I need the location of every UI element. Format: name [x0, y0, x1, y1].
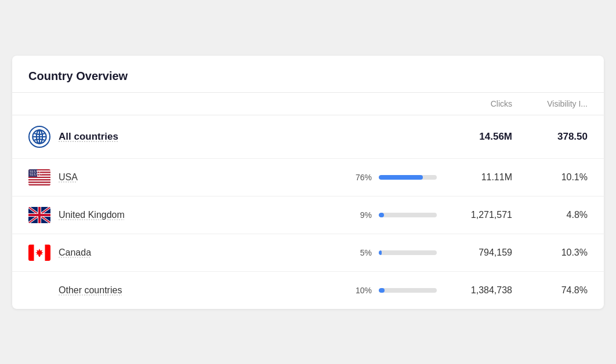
svg-rect-34	[39, 255, 40, 257]
card-header: Country Overview	[12, 56, 604, 93]
svg-rect-12	[28, 179, 50, 180]
bar-cell-uk: 9%	[332, 210, 437, 220]
visibility-value-uk: 4.8%	[512, 210, 588, 220]
table-row[interactable]: United Kingdom 9% 1,271,571 4.8%	[12, 196, 604, 234]
flag-canada-icon	[28, 245, 50, 261]
other-pct: 10%	[351, 286, 372, 295]
uk-pct: 9%	[351, 210, 372, 220]
visibility-value-other: 74.8%	[512, 285, 588, 296]
globe-icon	[28, 126, 50, 148]
header-visibility: Visibility I...	[512, 99, 588, 109]
svg-rect-10	[28, 176, 50, 177]
country-cell-canada: Canada	[28, 245, 332, 261]
bar-cell-canada: 5%	[332, 248, 437, 257]
bar-cell-usa: 76%	[332, 173, 437, 182]
other-flag-placeholder	[28, 282, 50, 299]
country-cell-usa: ★ ★ ★ ★ ★ ★ ★ ★ ★ ★ ★ ★ ★ ★ ★ ★ ★ ★ ★ ★ …	[28, 169, 332, 185]
bar-cell-other: 10%	[332, 286, 437, 295]
svg-text:★ ★ ★ ★ ★: ★ ★ ★ ★ ★	[30, 174, 41, 176]
table-row[interactable]: ★ ★ ★ ★ ★ ★ ★ ★ ★ ★ ★ ★ ★ ★ ★ ★ ★ ★ ★ ★ …	[12, 159, 604, 196]
uk-bar-fill	[379, 213, 384, 217]
canada-label: Canada	[59, 247, 91, 258]
clicks-value-uk: 1,271,571	[437, 210, 512, 220]
country-cell-uk: United Kingdom	[28, 207, 332, 223]
svg-rect-16	[28, 184, 50, 185]
table-row[interactable]: Other countries 10% 1,384,738 74.8%	[12, 272, 604, 309]
header-clicks: Clicks	[437, 99, 512, 109]
visibility-value-canada: 10.3%	[512, 247, 588, 258]
flag-uk-icon	[28, 207, 50, 223]
clicks-value-all: 14.56M	[437, 131, 512, 143]
svg-rect-13	[28, 180, 50, 181]
svg-rect-30	[28, 214, 50, 216]
visibility-header-label: Visibility I...	[547, 99, 588, 108]
canada-bar-track	[379, 250, 437, 255]
visibility-value-all: 378.50	[512, 131, 588, 143]
country-overview-card: Country Overview Clicks Visibility I...	[12, 56, 604, 309]
usa-bar-track	[379, 175, 437, 180]
svg-rect-32	[28, 245, 34, 261]
visibility-value-usa: 10.1%	[512, 172, 588, 183]
country-cell-all: All countries	[28, 126, 332, 148]
canada-bar-fill	[379, 250, 382, 255]
other-bar-fill	[379, 288, 385, 293]
table-header: Clicks Visibility I...	[12, 93, 604, 115]
uk-bar-track	[379, 213, 437, 217]
clicks-value-other: 1,384,738	[437, 285, 512, 296]
clicks-value-usa: 11.11M	[437, 172, 512, 183]
svg-rect-11	[28, 178, 50, 179]
clicks-value-canada: 794,159	[437, 247, 512, 258]
usa-label: USA	[59, 172, 78, 183]
svg-rect-14	[28, 181, 50, 183]
table-row[interactable]: All countries 14.56M 378.50	[12, 115, 604, 159]
svg-rect-15	[28, 183, 50, 184]
usa-pct: 76%	[351, 173, 372, 182]
clicks-header-label: Clicks	[491, 99, 512, 108]
canada-pct: 5%	[351, 248, 372, 257]
card-title: Country Overview	[28, 70, 128, 82]
flag-usa-icon: ★ ★ ★ ★ ★ ★ ★ ★ ★ ★ ★ ★ ★ ★ ★ ★ ★ ★ ★ ★ …	[28, 169, 50, 185]
usa-bar-fill	[379, 175, 423, 180]
table-row[interactable]: Canada 5% 794,159 10.3%	[12, 234, 604, 272]
country-cell-other: Other countries	[28, 282, 332, 299]
other-bar-track	[379, 288, 437, 293]
all-countries-label: All countries	[59, 131, 118, 143]
svg-rect-33	[45, 245, 51, 261]
other-countries-label: Other countries	[59, 285, 122, 296]
uk-label: United Kingdom	[59, 210, 125, 220]
